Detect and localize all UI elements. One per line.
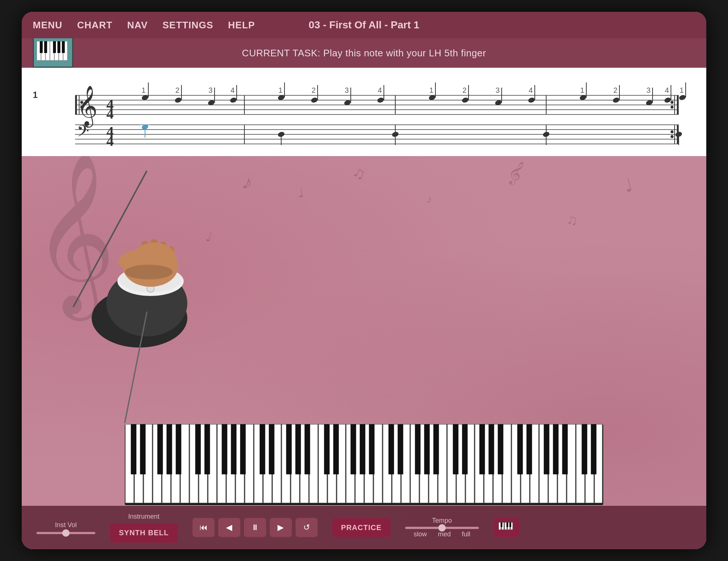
svg-point-45 [671, 135, 674, 138]
svg-text:1: 1 [429, 86, 433, 94]
svg-text:3: 3 [344, 86, 349, 94]
svg-rect-9 [53, 41, 56, 53]
svg-point-44 [671, 130, 674, 133]
menu-item-chart[interactable]: CHART [77, 20, 113, 31]
svg-text:2: 2 [311, 86, 315, 94]
measure-number: 1 [33, 90, 38, 100]
svg-text:𝄢: 𝄢 [77, 123, 89, 144]
svg-rect-206 [517, 424, 523, 474]
pause-button[interactable]: ⏸ [244, 518, 266, 537]
svg-point-31 [80, 106, 83, 109]
keyboard-toggle-icon [498, 522, 515, 533]
piano-keyboard-container: /* keys drawn below */ [125, 424, 603, 505]
svg-point-48 [174, 97, 182, 103]
svg-rect-130 [181, 424, 189, 503]
tempo-slider[interactable] [405, 527, 479, 529]
svg-rect-182 [205, 424, 210, 474]
keyboard-toggle-button[interactable] [494, 518, 519, 537]
svg-text:4: 4 [378, 86, 382, 94]
refresh-icon: ↺ [303, 523, 310, 532]
inst-vol-section: Inst Vol [36, 521, 95, 534]
inst-vol-label: Inst Vol [55, 521, 77, 529]
menu-item-help[interactable]: HELP [228, 20, 255, 31]
svg-text:1: 1 [278, 86, 282, 94]
svg-rect-205 [498, 424, 503, 474]
svg-rect-197 [398, 424, 403, 474]
svg-rect-28 [75, 95, 77, 114]
svg-point-78 [678, 94, 686, 101]
svg-rect-184 [231, 424, 236, 474]
svg-rect-165 [503, 424, 511, 503]
svg-rect-211 [582, 424, 587, 474]
svg-rect-194 [360, 424, 365, 474]
svg-rect-179 [167, 424, 172, 474]
play-icon: ▶ [278, 523, 284, 532]
practice-button[interactable]: PRACTICE [332, 518, 390, 537]
svg-rect-204 [489, 424, 494, 474]
svg-text:4: 4 [529, 86, 533, 94]
svg-text:1: 1 [580, 86, 584, 94]
svg-point-40 [671, 101, 674, 104]
svg-rect-8 [44, 41, 47, 53]
svg-point-52 [229, 97, 237, 103]
svg-rect-178 [158, 424, 163, 474]
svg-rect-38 [677, 95, 679, 114]
tempo-slow: slow [414, 530, 427, 538]
svg-point-56 [310, 97, 318, 103]
piano-keyboard-svg: /* keys drawn below */ [125, 424, 603, 505]
refresh-button[interactable]: ↺ [296, 518, 318, 537]
svg-rect-11 [62, 41, 65, 53]
svg-rect-210 [562, 424, 568, 474]
conductor-svg [44, 156, 228, 384]
task-text: CURRENT TASK: Play this note with your L… [33, 47, 695, 59]
svg-rect-201 [453, 424, 458, 474]
svg-text:4: 4 [106, 133, 114, 149]
svg-rect-177 [140, 424, 145, 474]
svg-text:𝄞: 𝄞 [77, 86, 98, 128]
svg-rect-209 [553, 424, 558, 474]
svg-text:2: 2 [175, 86, 179, 94]
svg-rect-198 [415, 424, 420, 474]
menu-item-settings[interactable]: SETTINGS [163, 20, 213, 31]
menu-bar: MENU CHART NAV SETTINGS HELP 03 - First … [22, 12, 706, 38]
svg-rect-195 [369, 424, 374, 474]
svg-point-121 [125, 265, 173, 279]
svg-rect-180 [176, 424, 181, 474]
keyboard-toggle-section [494, 518, 519, 537]
svg-rect-144 [310, 424, 318, 503]
svg-rect-188 [286, 424, 291, 474]
svg-rect-29 [79, 95, 79, 114]
svg-rect-10 [57, 41, 60, 53]
tempo-label: Tempo [432, 517, 452, 525]
rewind-button[interactable]: ⏮ [192, 518, 215, 537]
control-bar: Inst Vol Instrument SYNTH BELL ⏮ ◀ ⏸ [22, 506, 706, 549]
svg-rect-189 [296, 424, 301, 474]
svg-text:4: 4 [106, 105, 114, 122]
svg-rect-208 [544, 424, 549, 474]
svg-rect-193 [351, 424, 356, 474]
svg-rect-202 [462, 424, 467, 474]
transport-controls: ⏮ ◀ ⏸ ▶ ↺ [192, 518, 318, 537]
svg-rect-181 [195, 424, 201, 474]
rewind-icon: ⏮ [199, 523, 208, 532]
practice-section: PRACTICE [332, 518, 390, 537]
svg-rect-176 [131, 424, 136, 474]
svg-text:3: 3 [208, 86, 212, 94]
svg-text:2: 2 [613, 86, 617, 94]
piano-icon[interactable] [33, 35, 73, 68]
play-button[interactable]: ▶ [270, 518, 292, 537]
svg-rect-186 [260, 424, 265, 474]
instrument-button[interactable]: SYNTH BELL [110, 523, 178, 543]
page-title: 03 - First Of All - Part 1 [309, 19, 420, 31]
svg-rect-196 [389, 424, 394, 474]
svg-rect-158 [438, 424, 446, 503]
svg-point-30 [80, 101, 83, 104]
menu-item-menu[interactable]: MENU [33, 20, 63, 31]
svg-text:1: 1 [141, 86, 145, 94]
inst-vol-slider[interactable] [36, 532, 95, 534]
back-button[interactable]: ◀ [218, 518, 240, 537]
tempo-full: full [462, 530, 470, 538]
svg-text:3: 3 [495, 86, 499, 94]
instrument-section: Instrument SYNTH BELL [110, 513, 178, 543]
menu-item-nav[interactable]: NAV [127, 20, 148, 31]
